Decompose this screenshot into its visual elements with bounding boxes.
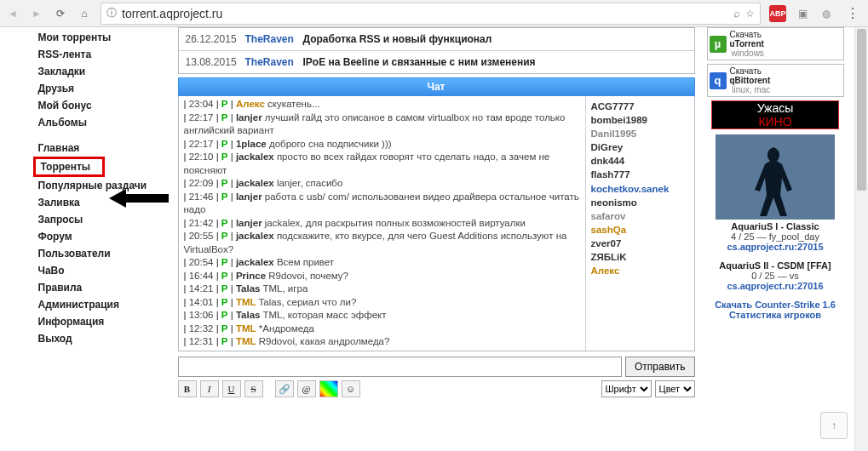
home-button[interactable]: ⌂	[77, 6, 92, 21]
chat-user-item[interactable]: zver07	[591, 237, 689, 250]
left-sidebar: Мои торренты RSS-лента Закладки Друзья М…	[13, 27, 175, 347]
chat-user-item[interactable]: sashQa	[591, 223, 689, 237]
chat-line: | 20:54 | P | jackalex Всем привет	[184, 256, 580, 270]
sidebar-item[interactable]: Пользователи	[33, 245, 175, 262]
chat-toolbar: B I U S 🔗 @ ☺ Шрифт Цвет	[178, 380, 695, 397]
sidebar-item[interactable]: Закладки	[33, 63, 175, 80]
chat-line: | 22:17 | P | lanjer лучший гайд это опи…	[184, 111, 580, 138]
chat-user-item[interactable]: DiGrey	[591, 140, 689, 154]
font-select[interactable]: Шрифт	[601, 380, 652, 397]
news-author: TheRaven	[245, 56, 298, 68]
news-author: TheRaven	[245, 33, 298, 45]
scroll-to-top-button[interactable]: ↑	[820, 412, 848, 439]
link-button[interactable]: 🔗	[275, 380, 294, 397]
download-cs-link[interactable]: Скачать Counter-Strike 1.6	[707, 300, 844, 310]
chat-line: | 20:55 | P | jackalex подскажите, кто в…	[184, 230, 580, 256]
address-bar[interactable]: ⓘ torrent.aqproject.ru ⌕ ☆	[101, 3, 761, 25]
sidebar-item[interactable]: Заливка	[33, 194, 175, 211]
color-select[interactable]: Цвет	[655, 380, 695, 397]
page-scrollbar[interactable]	[854, 27, 868, 451]
chat-line: | 12:32 | P | TML *Андромеда	[184, 323, 580, 336]
news-item[interactable]: 26.12.2015 TheRaven Доработка RSS и новы…	[179, 28, 694, 50]
chat-line: | 14:21 | P | Talas TML, игра	[184, 283, 580, 296]
chat-send-button[interactable]: Отправить	[625, 357, 695, 377]
back-button[interactable]: ◄	[5, 6, 20, 21]
sidebar-item[interactable]: Запросы	[33, 211, 175, 228]
server1-sub: 4 / 25 — fy_pool_day	[707, 231, 844, 242]
info-icon: ⓘ	[106, 6, 117, 20]
news-item[interactable]: 13.08.2015 TheRaven IPoE на Beeline и св…	[179, 50, 694, 73]
chat-user-item[interactable]: ACG7777	[591, 100, 689, 113]
chat-user-item[interactable]: dnk444	[591, 154, 689, 168]
chat-user-item[interactable]: bombei1989	[591, 113, 689, 127]
app-icon[interactable]: ◍	[819, 6, 834, 21]
sidebar-item[interactable]: Популярные раздачи	[33, 177, 175, 194]
extension-icon[interactable]: ▣	[795, 6, 810, 21]
chat-input[interactable]	[178, 357, 622, 377]
sidebar-item[interactable]: Выход	[33, 330, 175, 347]
qbittorrent-icon: q	[710, 72, 727, 89]
qbittorrent-download[interactable]: q Скачать qBittorent linux, mac	[707, 64, 844, 97]
sidebar-item-torrents[interactable]: Торренты	[33, 157, 106, 177]
chat-user-item[interactable]: flash777	[591, 168, 689, 181]
bookmark-icon[interactable]: ☆	[745, 8, 755, 20]
color-button[interactable]	[319, 380, 338, 397]
chat-line: | 23:04 | P | Алекс скукатень...	[184, 98, 580, 111]
news-date: 13.08.2015	[186, 56, 240, 68]
silhouette-icon	[741, 143, 809, 220]
reload-button[interactable]: ⟳	[53, 6, 68, 21]
server1-title: AquariuS I - Classic	[707, 221, 844, 231]
sidebar-item[interactable]: Администрация	[33, 296, 175, 313]
sidebar-item[interactable]: Правила	[33, 279, 175, 296]
chat-user-item[interactable]: Алекс	[591, 264, 689, 277]
sidebar-item[interactable]: Информация	[33, 313, 175, 330]
sidebar-item-main[interactable]: Главная	[33, 140, 175, 157]
italic-button[interactable]: I	[200, 380, 219, 397]
chat-user-item[interactable]: Danil1995	[591, 127, 689, 140]
sidebar-item[interactable]: Друзья	[33, 80, 175, 97]
chat-line: | 11:33 | P | R9dovoi Андромеда полная л…	[184, 349, 580, 351]
bold-button[interactable]: B	[178, 380, 197, 397]
chat-line: | 21:42 | P | lanjer jackalex, для раскр…	[184, 217, 580, 231]
chat-input-row: Отправить	[178, 357, 695, 377]
news-title: Доработка RSS и новый функционал	[303, 33, 687, 45]
chat-user-item[interactable]: neonismo	[591, 196, 689, 209]
underline-button[interactable]: U	[222, 380, 241, 397]
server2-sub: 0 / 25 — vs	[707, 271, 844, 281]
browser-menu-icon[interactable]: ⋮	[842, 5, 863, 21]
sidebar-item[interactable]: Форум	[33, 228, 175, 245]
sidebar-item[interactable]: Мои торренты	[33, 29, 175, 46]
chat-line: | 21:46 | P | lanjer работа с usb/ com/ …	[184, 191, 580, 217]
at-button[interactable]: @	[297, 380, 316, 397]
sidebar-item[interactable]: Мой бонус	[33, 97, 175, 114]
server2-title: AquariuS II - CSDM [FFA]	[707, 260, 844, 271]
browser-toolbar: ◄ ► ⟳ ⌂ ⓘ torrent.aqproject.ru ⌕ ☆ ABP ▣…	[0, 0, 868, 27]
utorrent-icon: µ	[710, 36, 727, 53]
abp-extension-icon[interactable]: ABP	[769, 5, 786, 22]
chat-line: | 16:44 | P | Prince R9dovoi, почему?	[184, 270, 580, 283]
key-icon[interactable]: ⌕	[733, 7, 740, 20]
server1-link[interactable]: cs.aqproject.ru:27015	[707, 242, 844, 252]
chat-messages[interactable]: | 23:04 | P | Алекс скукатень...| 22:17 …	[179, 96, 585, 351]
smiley-button[interactable]: ☺	[342, 380, 360, 397]
chat-line: | 22:09 | P | jackalex lanjer, спасибо	[184, 177, 580, 191]
cs-server-image[interactable]	[716, 134, 835, 220]
strike-button[interactable]: S	[244, 380, 263, 397]
chat-user-item[interactable]: kochetkov.sanek	[591, 182, 689, 196]
chat-user-list: ACG7777bombei1989Danil1995DiGreydnk444fl…	[585, 96, 694, 351]
chat-line: | 12:31 | P | TML R9dovoi, какая андролм…	[184, 335, 580, 349]
forward-button[interactable]: ►	[29, 6, 44, 21]
kino-banner[interactable]: УжасыКИНО	[711, 100, 839, 129]
chat-user-item[interactable]: ZЯБLiK	[591, 250, 689, 264]
sidebar-item[interactable]: RSS-лента	[33, 46, 175, 63]
chat-user-item[interactable]: safarov	[591, 209, 689, 223]
sidebar-item[interactable]: Альбомы	[33, 114, 175, 131]
chat-line: | 22:17 | P | 1place доброго сна подписч…	[184, 138, 580, 151]
scrollbar-thumb[interactable]	[857, 29, 866, 191]
sidebar-item[interactable]: ЧаВо	[33, 262, 175, 279]
stats-link[interactable]: Статистика игроков	[707, 310, 844, 320]
main-content: 26.12.2015 TheRaven Доработка RSS и новы…	[175, 27, 698, 397]
utorrent-download[interactable]: µ Скачать uTorrent windows	[707, 27, 844, 60]
server2-link[interactable]: cs.aqproject.ru:27016	[707, 281, 844, 291]
news-title: IPoE на Beeline и связанные с ним измене…	[303, 56, 687, 68]
